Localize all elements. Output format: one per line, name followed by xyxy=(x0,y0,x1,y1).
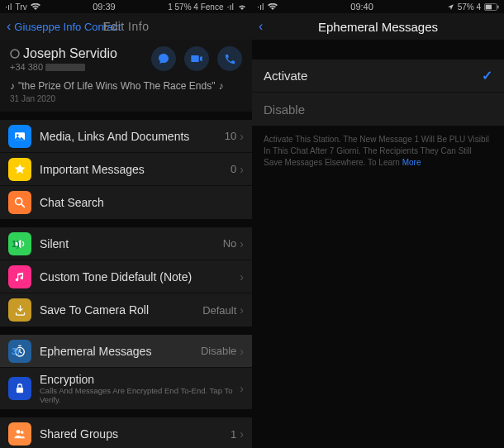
contact-name: Joseph Servidio xyxy=(10,46,117,61)
row-label: Chat Search xyxy=(40,196,244,209)
status-bar: ·ıl 09:40 57% 4 xyxy=(252,0,504,13)
chevron-right-icon: › xyxy=(240,163,244,176)
back-button[interactable]: ‹ xyxy=(259,19,264,34)
ephemeral-note: Activate This Station. The New Message 1… xyxy=(252,126,504,177)
svg-rect-9 xyxy=(486,4,492,9)
number-overlay: 1) xyxy=(12,239,20,249)
battery-text: 1 57% 4 Fence xyxy=(168,2,223,12)
contact-status-date: 31 Jan 2020 xyxy=(10,94,242,103)
search-icon xyxy=(8,191,31,214)
wifi-icon xyxy=(268,3,278,11)
contact-header: Joseph Servidio +34 380 ♪ xyxy=(0,40,252,112)
chevron-right-icon: › xyxy=(240,382,244,395)
people-icon xyxy=(8,422,31,446)
presence-icon xyxy=(10,49,20,59)
svg-point-0 xyxy=(11,50,19,58)
row-value: 10 xyxy=(225,130,236,142)
signal-icon: ·ıl xyxy=(257,2,264,12)
row-label: Silent xyxy=(40,237,223,250)
call-button[interactable] xyxy=(217,46,242,71)
row-label: Save To Camera Roll xyxy=(40,303,202,317)
chevron-right-icon: › xyxy=(240,303,244,317)
svg-rect-5 xyxy=(17,388,23,393)
row-label: Important Messages xyxy=(40,163,231,176)
music-icon xyxy=(8,265,31,288)
option-activate[interactable]: Activate ✓ xyxy=(252,60,504,93)
photos-icon xyxy=(8,125,31,148)
phone-masked xyxy=(45,64,85,71)
tone-row[interactable]: Custom Tone Didefault (Note) › xyxy=(0,260,252,293)
location-icon xyxy=(447,3,454,11)
starred-row[interactable]: Important Messages 0 › xyxy=(0,153,252,186)
note-icon-2: ♪ xyxy=(218,80,223,92)
battery-icon xyxy=(484,3,499,11)
media-row[interactable]: Media, Links And Documents 10 › xyxy=(0,120,252,153)
chevron-left-icon: ‹ xyxy=(7,19,11,34)
number-overlay: 3) xyxy=(12,346,20,356)
status-bar: ·ıl Trv 09:39 1 57% 4 Fence ·ıl xyxy=(0,0,252,13)
download-icon xyxy=(8,298,31,322)
chevron-left-icon: ‹ xyxy=(259,19,263,34)
option-label: Activate xyxy=(264,69,307,83)
wifi-icon xyxy=(31,3,40,11)
star-icon xyxy=(8,158,31,181)
note-icon: ♪ xyxy=(10,80,15,92)
learn-more-link[interactable]: More xyxy=(402,158,421,167)
sound-group: 1) Silent No › Custom Tone Didefault (No… xyxy=(0,227,252,326)
media-group: Media, Links And Documents 10 › Importan… xyxy=(0,120,252,219)
save-media-row[interactable]: Save To Camera Roll Default › xyxy=(0,293,252,326)
svg-point-7 xyxy=(21,431,24,434)
chat-search-row[interactable]: Chat Search xyxy=(0,186,252,219)
ephemeral-options: Activate ✓ Disable xyxy=(252,60,504,126)
message-button[interactable] xyxy=(151,46,176,71)
groups-group: Shared Groups 1 › xyxy=(0,417,252,448)
ephemeral-settings-pane: ·ıl 09:40 57% 4 ‹ Ephemeral Messages Act… xyxy=(252,0,504,448)
svg-point-6 xyxy=(17,430,21,434)
row-label: Custom Tone Didefault (Note) xyxy=(40,270,240,284)
checkmark-icon: ✓ xyxy=(482,68,492,83)
nav-title: Edit Info xyxy=(103,20,150,33)
chevron-right-icon: › xyxy=(240,270,244,284)
nav-header: ‹ Ephemeral Messages xyxy=(252,13,504,40)
ephemeral-row[interactable]: 3) Ephemeral Messages Disable › xyxy=(0,335,252,368)
wifi-icon-2 xyxy=(237,3,247,11)
row-value: Default xyxy=(202,304,236,317)
row-label: Shared Groups xyxy=(40,427,231,441)
nav-header: ‹ Giuseppe Info Contact Edit Info xyxy=(0,13,252,40)
shared-groups-row[interactable]: Shared Groups 1 › xyxy=(0,417,252,448)
battery-text: 57% 4 xyxy=(458,2,481,12)
option-disable[interactable]: Disable xyxy=(252,93,504,126)
svg-point-2 xyxy=(17,134,19,136)
chevron-right-icon: › xyxy=(240,345,244,358)
mute-row[interactable]: 1) Silent No › xyxy=(0,227,252,260)
row-value: 0 xyxy=(231,163,236,175)
contact-status: ♪ "the Prize Of Life Wins Who The Race E… xyxy=(10,80,242,92)
encryption-row[interactable]: Encryption Calls And Messages Are Encryp… xyxy=(0,368,252,409)
signal-icon-2: ·ıl xyxy=(226,2,234,12)
row-value: Disable xyxy=(201,345,236,357)
row-value: 1 xyxy=(231,428,236,441)
row-label: Media, Links And Documents xyxy=(40,130,225,143)
clock-text: 09:39 xyxy=(93,2,116,12)
privacy-group: 3) Ephemeral Messages Disable › Encrypti… xyxy=(0,335,252,409)
video-button[interactable] xyxy=(184,46,209,71)
chevron-right-icon: › xyxy=(240,130,244,143)
chevron-right-icon: › xyxy=(240,237,244,250)
option-label: Disable xyxy=(264,102,305,117)
row-subtitle: Calls And Messages Are Encrypted End To-… xyxy=(40,386,240,405)
chevron-right-icon: › xyxy=(240,427,244,441)
signal-icon: ·ıl xyxy=(5,2,12,12)
svg-rect-10 xyxy=(497,5,499,8)
row-label: Encryption xyxy=(40,373,240,386)
contact-actions xyxy=(151,46,242,71)
row-label: Ephemeral Messages xyxy=(40,345,201,358)
clock-text: 09:40 xyxy=(350,2,373,12)
contact-phone: +34 380 xyxy=(10,62,117,72)
contact-info-pane: ·ıl Trv 09:39 1 57% 4 Fence ·ıl ‹ Giusep… xyxy=(0,0,252,448)
nav-title: Ephemeral Messages xyxy=(318,20,438,34)
row-value: No xyxy=(223,237,237,250)
lock-icon xyxy=(8,377,31,400)
carrier-text: Trv xyxy=(16,2,27,12)
